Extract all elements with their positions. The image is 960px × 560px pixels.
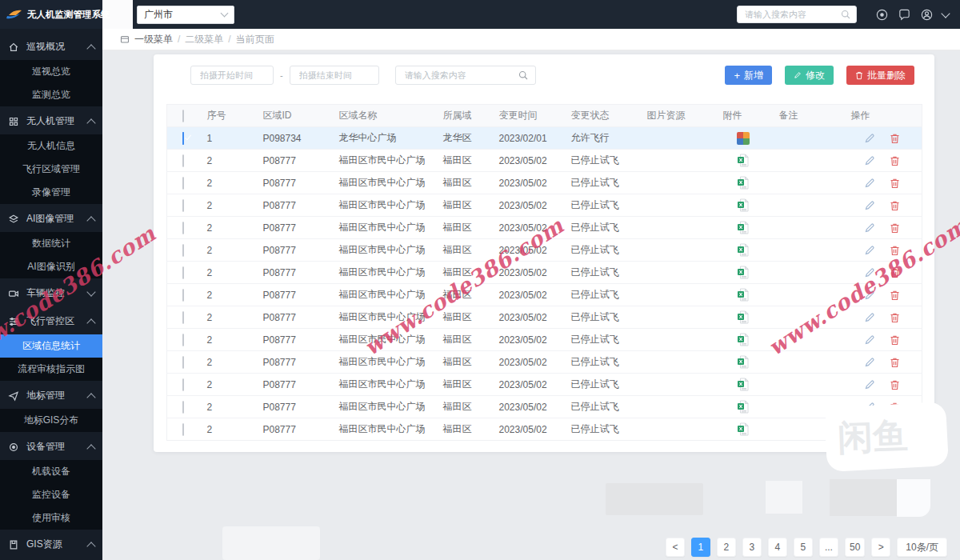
delete-row-button[interactable] bbox=[890, 133, 900, 144]
attachment-excel-icon[interactable] bbox=[737, 266, 749, 279]
delete-row-button[interactable] bbox=[890, 379, 900, 390]
row-checkbox[interactable] bbox=[182, 244, 184, 257]
pagination-next[interactable]: > bbox=[871, 538, 890, 557]
edit-button[interactable]: 修改 bbox=[785, 66, 834, 85]
sidebar-group-设备管理[interactable]: 设备管理 bbox=[0, 434, 102, 460]
attachment-excel-icon[interactable] bbox=[737, 243, 749, 257]
sidebar-group-AI图像管理[interactable]: AI图像管理 bbox=[0, 206, 102, 232]
search-icon[interactable] bbox=[841, 10, 850, 19]
sidebar-group-无人机管理[interactable]: 无人机管理 bbox=[0, 108, 102, 134]
start-time-input[interactable] bbox=[198, 70, 266, 81]
delete-row-button[interactable] bbox=[890, 290, 900, 301]
sidebar-group-地标管理[interactable]: 地标管理 bbox=[0, 382, 102, 409]
attachment-excel-icon[interactable] bbox=[737, 400, 749, 414]
pagination-page-5[interactable]: 5 bbox=[794, 538, 813, 557]
page-size-select[interactable]: 10条/页 bbox=[897, 538, 947, 557]
breadcrumb-level1[interactable]: 一级菜单 bbox=[134, 33, 173, 46]
attachment-excel-icon[interactable] bbox=[737, 355, 749, 369]
user-avatar-icon[interactable] bbox=[920, 8, 934, 22]
sidebar-item-地标GIS分布[interactable]: 地标GIS分布 bbox=[0, 409, 102, 432]
chevron-down-icon[interactable] bbox=[941, 9, 950, 18]
row-checkbox[interactable] bbox=[182, 378, 184, 391]
sidebar-item-AI图像识别[interactable]: AI图像识别 bbox=[0, 255, 102, 278]
sidebar-item-机载设备[interactable]: 机载设备 bbox=[0, 460, 102, 483]
attachment-excel-icon[interactable] bbox=[737, 333, 749, 346]
delete-row-button[interactable] bbox=[890, 200, 900, 211]
delete-row-button[interactable] bbox=[890, 155, 900, 166]
attachment-excel-icon[interactable] bbox=[737, 310, 749, 324]
delete-row-button[interactable] bbox=[890, 222, 900, 234]
sidebar-item-流程审核指示图[interactable]: 流程审核指示图 bbox=[0, 358, 102, 381]
end-time-input[interactable] bbox=[298, 70, 371, 81]
row-checkbox[interactable] bbox=[182, 334, 184, 346]
edit-row-button[interactable] bbox=[864, 222, 875, 234]
batch-delete-button[interactable]: 批量删除 bbox=[846, 66, 914, 85]
delete-row-button[interactable] bbox=[890, 357, 900, 368]
edit-row-button[interactable] bbox=[864, 334, 875, 346]
sidebar-item-无人机信息[interactable]: 无人机信息 bbox=[0, 134, 102, 158]
delete-row-button[interactable] bbox=[890, 245, 900, 256]
edit-row-button[interactable] bbox=[864, 178, 875, 189]
row-checkbox[interactable] bbox=[182, 177, 184, 190]
pagination-page-4[interactable]: 4 bbox=[768, 538, 787, 557]
table-search-input[interactable] bbox=[403, 70, 515, 81]
row-checkbox[interactable] bbox=[182, 356, 184, 369]
sidebar-item-巡视总览[interactable]: 巡视总览 bbox=[0, 60, 102, 83]
attachment-image-icon[interactable] bbox=[737, 132, 750, 145]
delete-row-button[interactable] bbox=[890, 312, 900, 323]
edit-row-button[interactable] bbox=[864, 133, 875, 144]
sidebar-group-GIS资源[interactable]: GIS资源 bbox=[0, 531, 102, 558]
attachment-excel-icon[interactable] bbox=[737, 221, 749, 234]
edit-row-button[interactable] bbox=[864, 245, 875, 256]
pagination-page-2[interactable]: 2 bbox=[717, 538, 736, 557]
sidebar-item-飞行区域管理[interactable]: 飞行区域管理 bbox=[0, 158, 102, 181]
edit-row-button[interactable] bbox=[864, 379, 875, 390]
sidebar-item-录像管理[interactable]: 录像管理 bbox=[0, 181, 102, 204]
pagination-page-1[interactable]: 1 bbox=[691, 538, 710, 557]
edit-row-button[interactable] bbox=[864, 357, 875, 368]
target-icon[interactable] bbox=[875, 8, 889, 22]
select-all-checkbox[interactable] bbox=[182, 110, 184, 122]
row-checkbox[interactable] bbox=[182, 199, 184, 212]
sidebar-item-监测总览[interactable]: 监测总览 bbox=[0, 83, 102, 106]
pagination-page-3[interactable]: 3 bbox=[742, 538, 762, 557]
city-select[interactable]: 广州市 bbox=[137, 6, 234, 24]
pagination-page-50[interactable]: 50 bbox=[845, 538, 865, 557]
edit-row-button[interactable] bbox=[864, 312, 875, 323]
delete-row-button[interactable] bbox=[890, 178, 900, 189]
edit-row-button[interactable] bbox=[864, 155, 875, 166]
edit-row-button[interactable] bbox=[864, 267, 875, 278]
topbar-search-input[interactable] bbox=[743, 9, 838, 20]
attachment-excel-icon[interactable] bbox=[737, 198, 749, 212]
row-checkbox[interactable] bbox=[182, 132, 184, 145]
row-checkbox[interactable] bbox=[182, 311, 184, 324]
row-checkbox[interactable] bbox=[182, 154, 184, 167]
sidebar-item-数据统计[interactable]: 数据统计 bbox=[0, 232, 102, 255]
sidebar-group-巡视概况[interactable]: 巡视概况 bbox=[0, 34, 102, 60]
attachment-excel-icon[interactable] bbox=[737, 378, 749, 391]
delete-row-button[interactable] bbox=[890, 334, 900, 346]
row-checkbox[interactable] bbox=[182, 266, 184, 279]
sidebar-group-车辆监控[interactable]: 车辆监控 bbox=[0, 280, 102, 306]
row-checkbox[interactable] bbox=[182, 289, 184, 302]
delete-row-button[interactable] bbox=[890, 267, 900, 278]
edit-row-button[interactable] bbox=[864, 290, 875, 301]
attachment-excel-icon[interactable] bbox=[737, 176, 749, 190]
sidebar-item-监控设备[interactable]: 监控设备 bbox=[0, 483, 102, 506]
search-icon[interactable] bbox=[518, 70, 528, 80]
attachment-excel-icon[interactable] bbox=[737, 288, 749, 302]
row-checkbox[interactable] bbox=[182, 401, 184, 414]
pagination-prev[interactable]: < bbox=[666, 538, 685, 557]
edit-row-button[interactable] bbox=[864, 200, 875, 211]
sidebar-group-飞行管控区[interactable]: 飞行管控区 bbox=[0, 308, 102, 334]
attachment-excel-icon[interactable] bbox=[737, 154, 749, 167]
sidebar-item-区域信息统计[interactable]: 区域信息统计 bbox=[0, 334, 102, 358]
breadcrumb-level2[interactable]: 二级菜单 bbox=[185, 33, 223, 46]
row-checkbox[interactable] bbox=[182, 222, 184, 234]
pagination-page-...[interactable]: ... bbox=[819, 538, 838, 557]
message-icon[interactable] bbox=[898, 8, 911, 22]
row-checkbox[interactable] bbox=[182, 423, 184, 436]
add-button[interactable]: + 新增 bbox=[725, 66, 772, 85]
sidebar-item-使用审核[interactable]: 使用审核 bbox=[0, 506, 102, 530]
attachment-excel-icon[interactable] bbox=[737, 422, 749, 436]
